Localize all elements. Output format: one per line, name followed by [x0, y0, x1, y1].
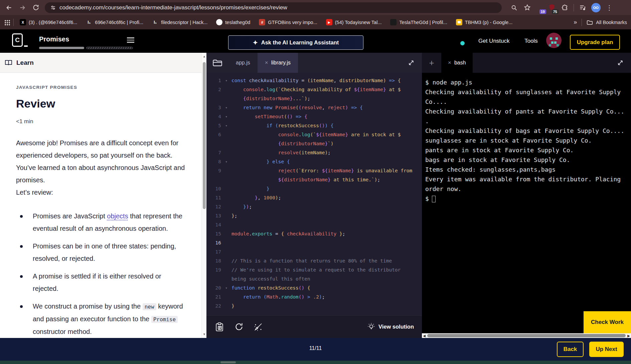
tab-bash[interactable]: × bash — [441, 53, 473, 73]
code-line[interactable]: ${distributorName} at this time.`); — [206, 175, 422, 184]
scrollbar-thumb[interactable] — [203, 62, 206, 209]
code-line[interactable]: {distributorName}...`); — [206, 94, 422, 103]
code-line[interactable]: being successful this often — [206, 275, 422, 284]
file-tree-toggle[interactable] — [206, 53, 228, 73]
code-line[interactable]: 9 reject(`Error: ${itemName} is unavaila… — [206, 166, 422, 175]
new-terminal-icon[interactable]: + — [422, 53, 441, 73]
expand-terminal-icon[interactable] — [610, 53, 631, 73]
search-icon[interactable] — [510, 3, 518, 12]
code-line[interactable]: {distributorName}`) — [206, 139, 422, 148]
reset-exercise-icon[interactable] — [234, 322, 244, 332]
clean-code-icon[interactable] — [253, 322, 263, 332]
bookmark-item[interactable]: TeslaTheG0d | Profil... — [390, 19, 447, 25]
user-avatar[interactable] — [546, 33, 562, 48]
code-line[interactable]: 10 } — [206, 184, 422, 193]
code-line[interactable]: 17 — [206, 247, 422, 256]
fold-arrow-icon[interactable]: ▾ — [221, 112, 231, 121]
code-line[interactable]: 8▾ } else { — [206, 157, 422, 166]
terminal-line: Items checked: sunglasses,pants,bags — [425, 165, 631, 174]
code-line[interactable]: 22} — [206, 302, 422, 311]
site-settings-icon[interactable] — [50, 5, 56, 11]
bookmark-item[interactable]: X(3) . (@696e746c6f6... — [20, 19, 77, 25]
upgrade-plan-button[interactable]: Upgrade plan — [570, 35, 620, 50]
terminal-h-scrollbar[interactable]: ◀ ▶ — [422, 333, 631, 338]
fold-arrow-icon[interactable]: ▾ — [221, 121, 231, 130]
code-line[interactable]: 4▾ setTimeout(() => { — [206, 112, 422, 121]
scroll-right-icon[interactable]: ▶ — [626, 334, 631, 338]
doc-link[interactable]: objects — [107, 212, 128, 220]
code-line[interactable]: 18// This is a function that returns tru… — [206, 256, 422, 265]
get-unstuck-link[interactable]: Get Unstuck — [478, 38, 510, 44]
close-tab-icon[interactable]: × — [448, 59, 451, 66]
code-line[interactable]: 2 console.log(`Checking availability of … — [206, 85, 422, 94]
back-button[interactable]: Back — [557, 342, 584, 357]
scroll-up-icon[interactable]: ▲ — [202, 53, 206, 59]
bookmark-item[interactable]: teslatheg0d — [216, 19, 250, 25]
bookmarks-overflow-icon[interactable]: » — [574, 19, 577, 26]
code-line[interactable]: 20▾function restockSuccess() { — [206, 284, 422, 293]
copy-code-icon[interactable] — [214, 322, 224, 332]
code-line[interactable]: 15module.exports = { checkAvailability }… — [206, 229, 422, 238]
check-work-button[interactable]: Check Work — [584, 311, 631, 333]
code-line[interactable]: 1▾const checkAvailability = (itemName, d… — [206, 76, 422, 85]
bookmark-item[interactable]: l₁filedescriptor | Hack... — [152, 19, 207, 25]
code-line[interactable]: 5▾ if (restockSuccess()) { — [206, 121, 422, 130]
code-line[interactable]: 6 console.log(`${itemName} are in stock … — [206, 130, 422, 139]
extensions-puzzle-icon[interactable] — [561, 3, 569, 12]
codecademy-logo[interactable]: C — [12, 33, 29, 49]
all-bookmarks-button[interactable]: All Bookmarks — [587, 20, 627, 25]
extension-shield-icon[interactable]: 75 — [548, 4, 556, 12]
tab-app-js[interactable]: app.js — [228, 53, 258, 73]
fold-arrow-icon[interactable]: ▾ — [221, 157, 231, 166]
syllabus-menu-icon[interactable] — [127, 37, 134, 43]
learn-scrollbar[interactable]: ▲ ▼ — [201, 53, 206, 338]
terminal-line: order now. — [425, 184, 631, 194]
line-number: 9 — [206, 166, 221, 175]
apps-grid-icon[interactable] — [4, 19, 10, 25]
bookmark-item[interactable]: ▶(54) Todayisnew Tal... — [326, 19, 382, 25]
code-line[interactable]: 11 }, 1000); — [206, 193, 422, 202]
up-next-button[interactable]: Up Next — [589, 342, 624, 357]
expand-editor-icon[interactable] — [401, 53, 422, 73]
bookmark-label: TeslaTheG0d | Profil... — [399, 20, 447, 25]
scroll-down-icon[interactable]: ▼ — [202, 331, 206, 337]
bookmark-item[interactable]: TBHM3 (p) - Google... — [456, 19, 513, 25]
tools-link[interactable]: Tools — [524, 38, 538, 44]
bookmark-item[interactable]: l₁696e746c6f6c | Profi... — [86, 19, 143, 25]
forward-icon[interactable] — [18, 3, 27, 12]
browser-menu-icon[interactable]: ⋮ — [605, 3, 614, 12]
code-line[interactable]: 13}; — [206, 211, 422, 220]
fold-arrow-icon[interactable]: ▾ — [221, 76, 231, 85]
code-line[interactable]: 21 return (Math.random() > .2); — [206, 293, 422, 302]
back-icon[interactable] — [5, 3, 13, 12]
line-number: 3 — [206, 103, 221, 112]
h1-favicon: l₁ — [86, 19, 92, 25]
browser-profile-avatar[interactable] — [591, 3, 601, 12]
reading-list-icon[interactable] — [578, 3, 587, 12]
fold-arrow-icon[interactable]: ▾ — [221, 284, 231, 293]
terminal-line: $ node app.js — [425, 77, 631, 87]
scroll-left-icon[interactable]: ◀ — [422, 334, 427, 338]
bookmark-item[interactable]: #GTFOBins very impo... — [259, 19, 317, 25]
tab-library-js[interactable]: × library.js — [258, 53, 298, 73]
code-line[interactable]: 3▾ return new Promise((resolve, reject) … — [206, 103, 422, 112]
view-solution-button[interactable]: View solution — [367, 323, 414, 331]
code-line[interactable]: 14 — [206, 220, 422, 229]
code-line[interactable]: 7 resolve(itemName); — [206, 148, 422, 157]
bookmark-star-icon[interactable] — [523, 3, 531, 12]
ai-assistant-button[interactable]: ✦ Ask the AI Learning Assistant — [228, 35, 363, 50]
line-number — [206, 94, 221, 103]
code-line[interactable]: 12 }); — [206, 202, 422, 211]
code-line[interactable]: 16 — [206, 238, 422, 247]
fold-gutter — [221, 229, 231, 238]
terminal-output[interactable]: $ node app.jsChecking availability of su… — [422, 73, 631, 338]
close-tab-icon[interactable]: × — [265, 59, 268, 66]
code-line[interactable]: 19// We're using it to simulate a reques… — [206, 265, 422, 275]
scrollbar-thumb[interactable] — [427, 334, 626, 337]
code-text: being successful this often — [231, 275, 422, 284]
address-bar[interactable]: codecademy.com/courses/learn-intermediat… — [45, 2, 502, 13]
reload-icon[interactable] — [31, 3, 40, 12]
extension-one-icon[interactable]: 19 — [536, 4, 544, 12]
fold-arrow-icon[interactable]: ▾ — [221, 103, 231, 112]
code-area[interactable]: 1▾const checkAvailability = (itemName, d… — [206, 73, 422, 315]
